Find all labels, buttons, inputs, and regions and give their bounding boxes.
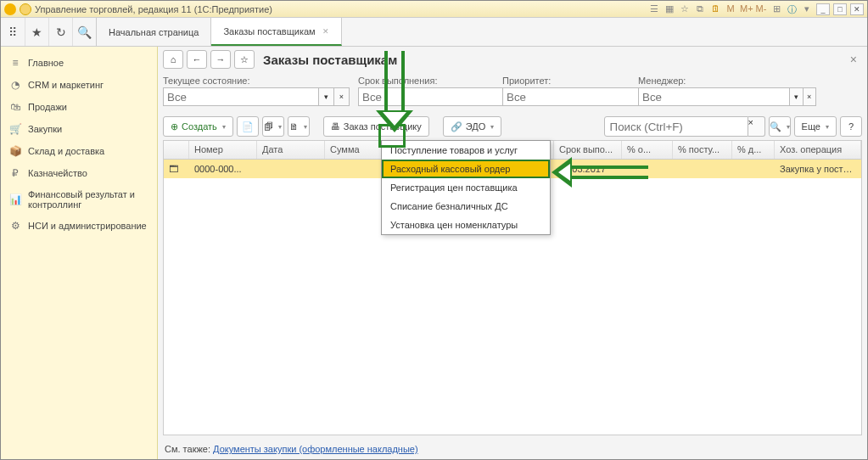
logo-icon <box>4 3 16 15</box>
th-pct2[interactable]: % посту... <box>673 141 732 159</box>
back-button[interactable]: ← <box>187 50 207 69</box>
clear-button[interactable]: × <box>804 87 817 106</box>
cell-pct3 <box>732 166 775 171</box>
sidebar-item-label: CRM и маркетинг <box>28 80 104 90</box>
sidebar-item-treasury[interactable]: ₽Казначейство <box>1 162 157 184</box>
titlebar-m-minus-button[interactable]: M- <box>755 3 767 15</box>
sidebar-item-main[interactable]: ≡Главное <box>1 52 157 74</box>
titlebar-icon[interactable]: ▦ <box>664 3 675 15</box>
th-deadline[interactable]: Срок выпо... <box>554 141 622 159</box>
edo-label: ЭДО <box>466 121 486 132</box>
menu-item-register-prices[interactable]: Регистрация цен поставщика <box>382 178 550 197</box>
more-label: Еще <box>802 121 820 132</box>
annotation-arrow-down <box>384 51 413 132</box>
cell-date <box>257 166 325 171</box>
help-button[interactable]: ? <box>840 116 862 137</box>
box-icon: 📦 <box>9 145 21 157</box>
bars-icon: 📊 <box>9 194 21 205</box>
annotation-arrow-left <box>552 157 648 188</box>
cart-icon: 🛒 <box>9 123 21 135</box>
page-title: Заказы поставщикам <box>263 53 842 67</box>
minimize-button[interactable]: _ <box>816 3 830 15</box>
footer-link[interactable]: Документы закупки (оформленные накладные… <box>213 444 418 454</box>
sidebar-item-label: Склад и доставка <box>28 146 104 156</box>
sidebar-item-label: Продажи <box>28 102 67 112</box>
search-icon[interactable]: 🔍 <box>72 18 96 46</box>
titlebar-icon[interactable]: ☆ <box>679 3 691 15</box>
create-label: Создать <box>182 121 217 132</box>
search-input[interactable] <box>604 116 748 137</box>
filter-priority-label: Приоритет: <box>502 76 630 86</box>
sidebar-item-label: Казначейство <box>28 168 87 178</box>
th-number[interactable]: Номер <box>189 141 257 159</box>
menu-item-writeoff[interactable]: Списание безналичных ДС <box>382 197 550 216</box>
menu-icon: ≡ <box>9 57 21 69</box>
more-button[interactable]: Еще▾ <box>794 116 837 137</box>
apps-icon[interactable]: ⠿ <box>1 18 25 46</box>
gear-icon: ⚙ <box>9 220 21 232</box>
close-button[interactable]: ✕ <box>850 3 864 15</box>
sidebar-item-label: НСИ и администрирование <box>28 221 147 231</box>
filter-deadline-input[interactable] <box>358 87 510 106</box>
menu-item-receipt[interactable]: Поступление товаров и услуг <box>382 141 550 160</box>
maximize-button[interactable]: □ <box>833 3 847 15</box>
star-icon[interactable]: ★ <box>25 18 48 46</box>
cell-number: 0000-000... <box>189 161 257 177</box>
nav-back-icon[interactable] <box>20 3 31 15</box>
titlebar-icon[interactable]: 🗓 <box>709 3 721 15</box>
create-based-on-button[interactable]: 🗐▾ <box>262 116 284 137</box>
th-pct1[interactable]: % о... <box>622 141 673 159</box>
copy-button[interactable]: 📄 <box>237 116 259 137</box>
dropdown-button[interactable]: ▾ <box>319 87 334 106</box>
sidebar-item-warehouse[interactable]: 📦Склад и доставка <box>1 140 157 162</box>
favorite-button[interactable]: ☆ <box>234 50 255 69</box>
menu-item-cash-expense[interactable]: Расходный кассовый ордер <box>382 160 550 178</box>
sidebar-item-sales[interactable]: 🛍Продажи <box>1 96 157 118</box>
tab-home[interactable]: Начальная страница <box>97 18 211 46</box>
titlebar-icon[interactable]: ⊞ <box>770 3 782 15</box>
edo-button[interactable]: 🔗 ЭДО▾ <box>443 116 502 137</box>
create-button[interactable]: ⊕Создать▾ <box>163 116 233 137</box>
tab-close-icon[interactable]: ✕ <box>322 27 329 36</box>
sidebar-item-label: Закупки <box>28 124 62 134</box>
th-icon[interactable] <box>164 141 189 159</box>
search-clear-button[interactable]: × <box>748 116 765 137</box>
sidebar-item-nsi[interactable]: ⚙НСИ и администрирование <box>1 215 157 237</box>
th-sum[interactable]: Сумма <box>325 141 384 159</box>
titlebar-m-plus-button[interactable]: M+ <box>740 3 752 15</box>
filter-priority-input[interactable] <box>502 87 654 106</box>
create-based-on-menu: Поступление товаров и услуг Расходный ка… <box>381 140 551 235</box>
sidebar-item-label: Главное <box>28 58 64 68</box>
info-icon[interactable]: ⓘ <box>786 3 798 15</box>
print-button[interactable]: 🗎▾ <box>288 116 310 137</box>
page-close-button[interactable]: × <box>845 53 862 66</box>
titlebar-m-button[interactable]: M <box>725 3 736 15</box>
menu-item-set-prices[interactable]: Установка цен номенклатуры <box>382 216 550 234</box>
filter-manager-label: Менеджер: <box>638 76 816 86</box>
filter-state-input[interactable] <box>163 87 319 106</box>
find-button[interactable]: 🔍▾ <box>769 116 791 137</box>
clear-button[interactable]: × <box>334 87 350 106</box>
th-pct3[interactable]: % д... <box>732 141 775 159</box>
dropdown-button[interactable]: ▾ <box>790 87 804 106</box>
th-operation[interactable]: Хоз. операция <box>775 141 861 159</box>
forward-button[interactable]: → <box>210 50 231 69</box>
history-icon[interactable]: ↻ <box>48 18 72 46</box>
filter-manager-input[interactable] <box>638 87 790 106</box>
titlebar-icon[interactable]: ⧉ <box>694 3 706 15</box>
cell-sum <box>325 166 384 171</box>
tab-orders[interactable]: Заказы поставщикам ✕ <box>211 18 341 46</box>
th-date[interactable]: Дата <box>257 141 325 159</box>
sidebar-item-purchases[interactable]: 🛒Закупки <box>1 118 157 140</box>
dropdown-icon[interactable]: ▾ <box>801 3 813 15</box>
ruble-icon: ₽ <box>9 167 21 179</box>
filter-deadline-label: Срок выполнения: <box>358 76 494 86</box>
sidebar-item-crm[interactable]: ◔CRM и маркетинг <box>1 74 157 96</box>
titlebar-icon[interactable]: ☰ <box>648 3 660 15</box>
bag-icon: 🛍 <box>9 101 21 113</box>
sidebar-item-label: Финансовый результат и контроллинг <box>28 189 148 210</box>
home-button[interactable]: ⌂ <box>163 50 183 69</box>
sidebar-item-finance[interactable]: 📊Финансовый результат и контроллинг <box>1 184 157 215</box>
cell-pct2 <box>673 166 732 171</box>
row-icon: 🗔 <box>164 161 189 177</box>
